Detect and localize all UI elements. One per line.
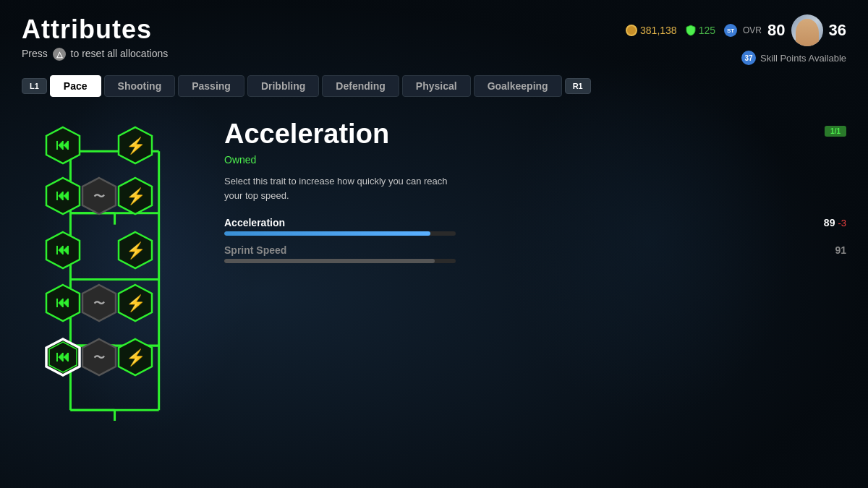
svg-text:⚡: ⚡ xyxy=(126,136,146,155)
stat-bar-acceleration-bg xyxy=(224,231,456,236)
svg-text:⏮: ⏮ xyxy=(56,294,70,310)
detail-owned: Owned xyxy=(224,154,846,166)
stat-bar-acceleration-fill xyxy=(224,231,430,236)
tab-defending[interactable]: Defending xyxy=(322,75,399,97)
shield-stat: 125 xyxy=(686,25,715,36)
reset-btn-icon: △ xyxy=(53,48,66,61)
shield-icon xyxy=(686,25,696,36)
nav-tabs: L1 Pace Shooting Passing Dribbling Defen… xyxy=(0,65,868,97)
detail-badge: 1/1 xyxy=(825,126,846,137)
node-r3c0[interactable]: ⏮ xyxy=(43,231,82,270)
detail-title: Acceleration xyxy=(224,119,389,150)
tab-dribbling[interactable]: Dribbling xyxy=(247,75,319,97)
node-r5c2[interactable]: ⚡ xyxy=(116,338,155,377)
stat-value-sprint-speed: 91 xyxy=(835,244,846,256)
tab-passing[interactable]: Passing xyxy=(178,75,244,97)
header: Attributes Press △ to reset all allocati… xyxy=(0,0,868,65)
stat-name-sprint-speed: Sprint Speed xyxy=(224,244,286,256)
tab-physical[interactable]: Physical xyxy=(402,75,471,97)
stat-bar-sprint-bg xyxy=(224,259,456,263)
node-r5c0-selected[interactable]: ⏮ xyxy=(43,338,82,377)
skill-badge: 37 xyxy=(741,51,756,65)
stat-sprint-speed: Sprint Speed 91 xyxy=(224,244,846,263)
svg-text:⏮: ⏮ xyxy=(56,187,70,203)
tab-goalkeeping[interactable]: Goalkeeping xyxy=(474,75,562,97)
svg-text:〜: 〜 xyxy=(93,190,105,202)
ovr-label: OVR xyxy=(743,25,762,35)
subtitle-prefix: Press xyxy=(22,48,48,59)
node-r2c1[interactable]: 〜 xyxy=(80,176,119,215)
right-bumper[interactable]: R1 xyxy=(565,78,591,94)
stat-acceleration: Acceleration 89 -3 xyxy=(224,217,846,236)
subtitle: Press △ to reset all allocations xyxy=(22,48,168,61)
svg-text:⚡: ⚡ xyxy=(126,241,146,260)
skill-tree: ⏮ ⚡ ⏮ xyxy=(22,111,195,448)
left-bumper[interactable]: L1 xyxy=(22,78,47,94)
skill-points-value: 37 xyxy=(744,54,752,62)
position-text: ST xyxy=(727,27,734,34)
tab-shooting[interactable]: Shooting xyxy=(104,75,176,97)
shield-value: 125 xyxy=(699,25,715,36)
node-r4c2[interactable]: ⚡ xyxy=(116,283,155,322)
stat-value-acceleration: 89 xyxy=(824,217,835,228)
svg-text:⏮: ⏮ xyxy=(56,137,70,153)
node-r4c0[interactable]: ⏮ xyxy=(43,283,82,322)
header-right: 381,138 125 ST OVR 80 xyxy=(626,14,846,65)
stat-bar-sprint-fill xyxy=(224,259,435,263)
stat-delta-acceleration: -3 xyxy=(838,218,846,228)
stat-name-acceleration: Acceleration xyxy=(224,217,285,228)
page-title: Attributes xyxy=(22,14,168,45)
node-r1c2[interactable]: ⚡ xyxy=(116,126,155,165)
subtitle-suffix: to reset all allocations xyxy=(71,48,169,59)
svg-text:⚡: ⚡ xyxy=(126,187,146,206)
coin-value: 381,138 xyxy=(640,25,677,36)
tab-pace[interactable]: Pace xyxy=(50,75,101,97)
detail-description: Select this trait to increase how quickl… xyxy=(224,174,456,202)
svg-text:⏮: ⏮ xyxy=(56,241,70,257)
player-avatar xyxy=(791,14,823,46)
player-age: 36 xyxy=(829,21,846,40)
node-r2c2[interactable]: ⚡ xyxy=(116,176,155,215)
player-info-right: ST OVR 80 36 xyxy=(724,14,846,46)
node-r5c1[interactable]: 〜 xyxy=(80,338,119,377)
skill-points-label: Skill Points Available xyxy=(760,53,846,64)
tree-grid: ⏮ ⚡ ⏮ xyxy=(29,119,188,408)
coin-stat: 381,138 xyxy=(626,25,677,36)
svg-text:〜: 〜 xyxy=(93,351,105,364)
skill-points-row: 37 Skill Points Available xyxy=(741,51,846,65)
svg-text:〜: 〜 xyxy=(93,297,105,309)
player-stats-bar: 381,138 125 ST OVR 80 xyxy=(626,14,846,46)
coin-icon xyxy=(626,25,637,36)
position-badge: ST xyxy=(724,24,737,37)
details-panel: Acceleration 1/1 Owned Select this trait… xyxy=(224,111,846,448)
title-section: Attributes Press △ to reset all allocati… xyxy=(22,14,168,61)
node-r4c1[interactable]: 〜 xyxy=(80,283,119,322)
svg-text:⚡: ⚡ xyxy=(126,294,146,313)
svg-text:⚡: ⚡ xyxy=(126,348,146,367)
main-content: ⏮ ⚡ ⏮ xyxy=(0,97,868,462)
node-r2c0[interactable]: ⏮ xyxy=(43,176,82,215)
ovr-value: 80 xyxy=(767,21,785,40)
tree-lines xyxy=(29,119,188,445)
node-r1c1[interactable]: ⏮ xyxy=(43,126,82,165)
node-r3c2[interactable]: ⚡ xyxy=(116,231,155,270)
svg-text:⏮: ⏮ xyxy=(56,348,70,364)
